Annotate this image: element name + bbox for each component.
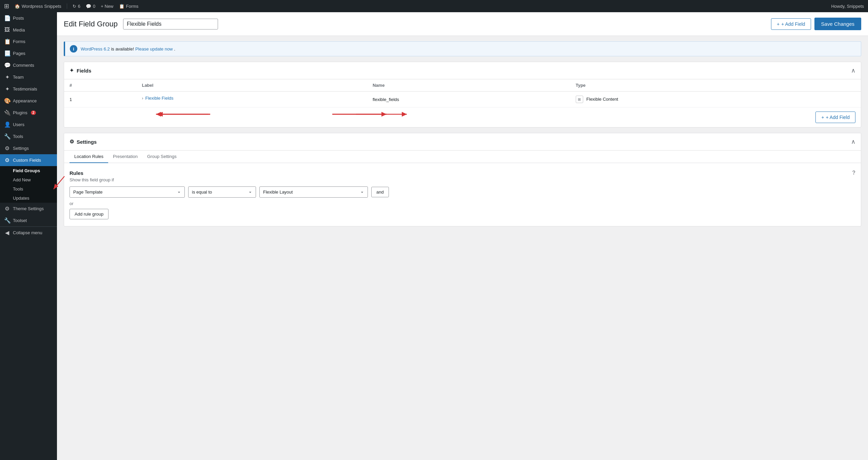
submenu-item-tools[interactable]: Tools — [0, 184, 57, 194]
row-type: ⊞ Flexible Content — [570, 92, 861, 107]
settings-tab-content: Rules ? Show this field group if Page Te… — [64, 163, 861, 226]
fields-panel-content: # Label Name Type 1 › Flexi — [64, 79, 861, 127]
settings-panel-title: ⚙ Settings — [70, 139, 97, 145]
rules-section-title: Rules ? — [70, 170, 855, 176]
submenu-item-add-new[interactable]: Add New — [0, 175, 57, 184]
notice-icon: i — [70, 45, 77, 53]
add-field-button-header[interactable]: + + Add Field — [771, 18, 811, 30]
toolset-icon: 🔧 — [4, 217, 10, 224]
page-title: Edit Field Group — [64, 20, 118, 28]
tab-presentation[interactable]: Presentation — [108, 151, 142, 163]
main-layout: 📄 Posts 🖼 Media 📋 Forms 📃 Pages 💬 Commen… — [0, 12, 868, 460]
row-number: 1 — [64, 92, 136, 107]
add-field-button-footer[interactable]: + + Add Field — [815, 112, 855, 123]
sidebar-item-pages[interactable]: 📃 Pages — [0, 47, 57, 59]
sidebar-item-media[interactable]: 🖼 Media — [0, 24, 57, 36]
plus-icon-footer: + — [821, 115, 824, 120]
updates-icon: ↻ — [73, 4, 76, 9]
tools-icon: 🔧 — [4, 133, 10, 140]
show-if-text: Show this field group if — [70, 177, 855, 182]
plus-icon: + — [777, 21, 780, 27]
fields-panel-title: ✦ Fields — [70, 67, 91, 74]
version-link[interactable]: WordPress 6.2 — [81, 46, 110, 52]
fields-panel-toggle[interactable]: ∧ — [851, 67, 855, 74]
field-group-name-input[interactable] — [123, 19, 218, 29]
comments-icon: 💬 — [86, 4, 91, 9]
media-icon: 🖼 — [4, 27, 10, 33]
settings-panel-toggle[interactable]: ∧ — [851, 138, 855, 145]
settings-panel-header: ⚙ Settings ∧ — [64, 133, 861, 151]
new-item[interactable]: + New — [101, 4, 113, 9]
wp-logo-icon[interactable]: ⊞ — [4, 2, 9, 10]
or-text: or — [70, 201, 855, 206]
admin-bar: ⊞ 🏠 Wordpress Snippets ↻ 6 💬 0 + New 📋 F… — [0, 0, 868, 12]
fields-panel-header: ✦ Fields ∧ — [64, 62, 861, 79]
submenu-item-updates[interactable]: Updates — [0, 194, 57, 203]
custom-fields-submenu: Field Groups Add New Tools Updates — [0, 166, 57, 203]
notice-text: WordPress 6.2 is available! Please updat… — [81, 46, 175, 52]
sidebar-item-tools[interactable]: 🔧 Tools — [0, 131, 57, 142]
fields-panel: ✦ Fields ∧ # Label Name Type — [64, 62, 861, 127]
sidebar-item-comments[interactable]: 💬 Comments — [0, 59, 57, 71]
plugins-badge: 2 — [31, 111, 36, 115]
field-label-link[interactable]: Flexible Fields — [145, 96, 173, 101]
help-icon[interactable]: ? — [852, 170, 855, 176]
sidebar-item-posts[interactable]: 📄 Posts — [0, 12, 57, 24]
sidebar-item-theme-settings[interactable]: ⚙ Theme Settings — [0, 203, 57, 215]
sidebar-item-team[interactable]: ✦ Team — [0, 71, 57, 83]
tab-group-settings[interactable]: Group Settings — [142, 151, 181, 163]
theme-settings-icon: ⚙ — [4, 205, 10, 212]
settings-tabs: Location Rules Presentation Group Settin… — [64, 151, 861, 163]
settings-panel: ⚙ Settings ∧ Location Rules Presentation… — [64, 133, 861, 226]
col-label: Label — [136, 79, 367, 92]
sidebar-item-settings[interactable]: ⚙ Settings — [0, 142, 57, 154]
testimonials-icon: ✦ — [4, 86, 10, 92]
save-changes-button[interactable]: Save Changes — [814, 18, 861, 30]
sidebar-item-appearance[interactable]: 🎨 Appearance — [0, 95, 57, 107]
sidebar-item-forms[interactable]: 📋 Forms — [0, 36, 57, 47]
home-icon: 🏠 — [15, 4, 20, 9]
sidebar-item-plugins[interactable]: 🔌 Plugins 2 — [0, 107, 57, 119]
sidebar-menu: 📄 Posts 🖼 Media 📋 Forms 📃 Pages 💬 Commen… — [0, 12, 57, 239]
forms-icon: 📋 — [4, 38, 10, 45]
content-area: i WordPress 6.2 is available! Please upd… — [57, 36, 868, 237]
and-button[interactable]: and — [371, 187, 389, 197]
collapse-icon: ◀ — [4, 229, 10, 236]
site-name[interactable]: 🏠 Wordpress Snippets — [15, 4, 61, 9]
forms-icon: 📋 — [119, 4, 124, 9]
field-type-icon: ⊞ — [576, 96, 583, 103]
settings-panel-content: Location Rules Presentation Group Settin… — [64, 151, 861, 226]
sidebar-item-users[interactable]: 👤 Users — [0, 119, 57, 131]
sidebar: 📄 Posts 🖼 Media 📋 Forms 📃 Pages 💬 Commen… — [0, 12, 57, 460]
sidebar-item-toolset[interactable]: 🔧 Toolset — [0, 215, 57, 226]
submenu-item-field-groups[interactable]: Field Groups — [0, 166, 57, 175]
settings-icon: ⚙ — [4, 145, 10, 152]
update-notice: i WordPress 6.2 is available! Please upd… — [64, 41, 861, 56]
users-icon: 👤 — [4, 121, 10, 128]
add-rule-group-button[interactable]: Add rule group — [70, 209, 108, 219]
update-link[interactable]: Please update now — [135, 46, 173, 52]
custom-fields-icon: ⚙ — [4, 157, 10, 163]
plugins-icon: 🔌 — [4, 109, 10, 116]
sidebar-item-testimonials[interactable]: ✦ Testimonials — [0, 83, 57, 95]
condition1-select[interactable]: Page Template — [70, 186, 185, 198]
sidebar-item-custom-fields[interactable]: ⚙ Custom Fields — [0, 154, 57, 166]
pages-icon: 📃 — [4, 50, 10, 57]
row-name: flexible_fields — [367, 92, 570, 107]
condition3-select[interactable]: Flexible Layout — [259, 186, 368, 198]
fields-panel-icon: ✦ — [70, 67, 74, 74]
expand-icon[interactable]: › — [142, 96, 143, 101]
fields-table: # Label Name Type 1 › Flexi — [64, 79, 861, 107]
sidebar-item-collapse[interactable]: ◀ Collapse menu — [0, 226, 57, 239]
rule-row: Page Template is equal to Flexible Layou… — [70, 186, 855, 198]
comments-item[interactable]: 💬 0 — [86, 4, 95, 9]
table-row: 1 › Flexible Fields flexible_fields ⊞ Fl… — [64, 92, 861, 107]
comments-icon: 💬 — [4, 62, 10, 68]
howdy-text: Howdy, Snippets — [831, 4, 864, 9]
tab-location-rules[interactable]: Location Rules — [70, 151, 108, 163]
updates-item[interactable]: ↻ 6 — [73, 4, 80, 9]
forms-item[interactable]: 📋 Forms — [119, 4, 139, 9]
condition2-select[interactable]: is equal to — [188, 186, 256, 198]
team-icon: ✦ — [4, 74, 10, 80]
row-expand[interactable]: › Flexible Fields — [136, 92, 367, 105]
